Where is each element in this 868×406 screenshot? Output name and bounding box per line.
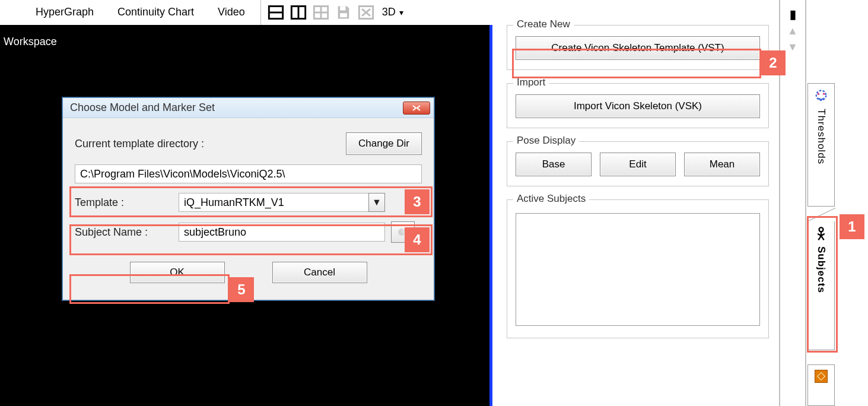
import-vsk-button[interactable]: Import Vicon Skeleton (VSK) bbox=[516, 94, 760, 118]
scroll-down-icon[interactable]: ▼ bbox=[787, 41, 798, 53]
tab-subjects-label: Subjects bbox=[815, 246, 827, 293]
tab-thresholds-label: Thresholds bbox=[815, 109, 827, 164]
split-vertical-icon[interactable] bbox=[290, 4, 307, 21]
continuity-chart-tab[interactable]: Continuity Chart bbox=[106, 4, 206, 21]
thresholds-icon bbox=[813, 88, 829, 105]
subject-name-label: Subject Name : bbox=[75, 226, 179, 239]
import-legend: Import bbox=[513, 77, 549, 88]
template-value[interactable] bbox=[179, 193, 368, 212]
active-subjects-group: Active Subjects bbox=[507, 199, 769, 338]
import-group: Import Import Vicon Skeleton (VSK) bbox=[507, 83, 769, 128]
toolbar-divider bbox=[260, 0, 261, 25]
video-tab[interactable]: Video bbox=[206, 4, 257, 21]
view-mode-label: 3D bbox=[382, 6, 396, 18]
create-new-group: Create New Create Vicon Skeleton Templat… bbox=[507, 25, 769, 70]
svg-rect-7 bbox=[340, 6, 345, 10]
delete-layout-icon[interactable] bbox=[357, 4, 375, 21]
subjects-panel: Create New Create Vicon Skeleton Templat… bbox=[498, 0, 777, 406]
workspace-3d[interactable]: Workspace Choose Model and Marker Set Cu… bbox=[0, 25, 492, 406]
hypergraph-tab[interactable]: HyperGraph bbox=[24, 4, 106, 21]
chevron-down-icon: ▾ bbox=[399, 8, 403, 17]
svg-point-16 bbox=[823, 93, 825, 96]
layout-quad-icon[interactable] bbox=[312, 4, 330, 21]
template-dir-field bbox=[75, 164, 422, 183]
tab-subjects[interactable]: Subjects bbox=[807, 221, 835, 350]
workspace-label: Workspace bbox=[4, 36, 57, 48]
active-subjects-legend: Active Subjects bbox=[513, 193, 589, 205]
scroll-up-icon[interactable]: ▲ bbox=[787, 25, 798, 37]
active-subjects-list[interactable] bbox=[516, 213, 760, 326]
template-combobox[interactable]: ▼ bbox=[179, 193, 385, 212]
dialog-titlebar[interactable]: Choose Model and Marker Set bbox=[63, 98, 434, 118]
top-toolbar: HyperGraph Continuity Chart Video 3D ▾ bbox=[0, 0, 492, 25]
split-horizontal-icon[interactable] bbox=[267, 4, 285, 21]
marker-color-button[interactable] bbox=[391, 221, 415, 243]
subject-name-input[interactable] bbox=[179, 223, 385, 242]
scroll-column: ▮ ▲ ▼ bbox=[779, 0, 805, 406]
svg-point-15 bbox=[818, 93, 820, 96]
save-icon[interactable] bbox=[335, 4, 352, 21]
tab-record[interactable] bbox=[807, 364, 835, 406]
dialog-title: Choose Model and Marker Set bbox=[70, 102, 215, 114]
subjects-icon bbox=[813, 226, 829, 243]
choose-model-dialog: Choose Model and Marker Set Current temp… bbox=[62, 97, 434, 300]
side-tabs: ▮ ▲ ▼ Thresholds Subjects bbox=[779, 0, 868, 406]
view-mode-3d[interactable]: 3D ▾ bbox=[382, 6, 403, 18]
svg-rect-8 bbox=[340, 13, 347, 17]
scroll-handle-icon[interactable]: ▮ bbox=[790, 7, 796, 21]
pose-edit-button[interactable]: Edit bbox=[600, 153, 676, 176]
pose-display-group: Pose Display Base Edit Mean bbox=[507, 141, 769, 186]
create-new-legend: Create New bbox=[513, 18, 574, 30]
pose-base-button[interactable]: Base bbox=[516, 153, 592, 176]
cancel-button[interactable]: Cancel bbox=[272, 262, 367, 283]
tab-thresholds[interactable]: Thresholds bbox=[807, 83, 835, 207]
change-dir-button[interactable]: Change Dir bbox=[346, 132, 422, 155]
ok-button[interactable]: OK bbox=[130, 262, 225, 283]
chevron-down-icon[interactable]: ▼ bbox=[368, 193, 385, 212]
create-vst-button[interactable]: Create Vicon Skeleton Template (VST) bbox=[516, 36, 760, 60]
template-label: Template : bbox=[75, 196, 179, 209]
current-dir-label: Current template directory : bbox=[75, 138, 346, 150]
svg-point-17 bbox=[819, 227, 824, 231]
svg-point-13 bbox=[402, 229, 408, 234]
pose-display-legend: Pose Display bbox=[513, 135, 579, 147]
pose-mean-button[interactable]: Mean bbox=[684, 153, 760, 176]
svg-point-14 bbox=[816, 91, 826, 100]
record-icon bbox=[815, 370, 828, 383]
close-icon[interactable] bbox=[403, 102, 430, 115]
